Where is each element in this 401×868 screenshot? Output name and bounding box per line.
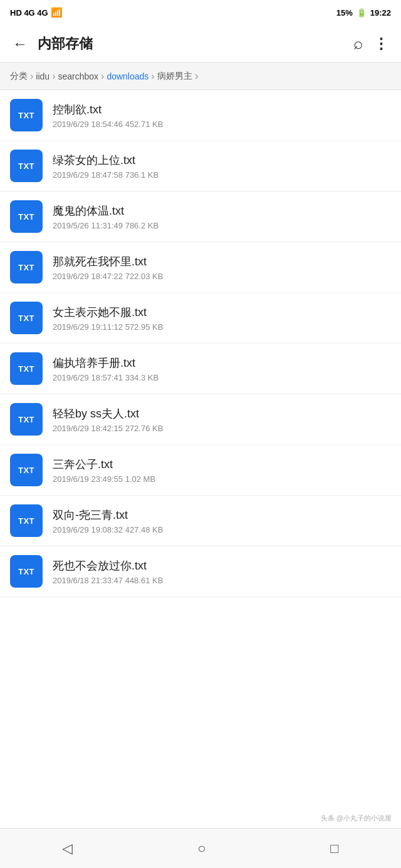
file-info: 偏执培养手册.txt2019/6/29 18:57:41 334.3 KB — [43, 355, 391, 382]
file-type-icon: TXT — [10, 454, 43, 486]
back-button[interactable]: ← — [8, 30, 33, 58]
file-type-icon: TXT — [10, 504, 43, 537]
file-type-icon: TXT — [10, 352, 43, 385]
file-list: TXT控制欲.txt2019/6/29 18:54:46 452.71 KBTX… — [0, 90, 401, 828]
file-info: 控制欲.txt2019/6/29 18:54:46 452.71 KB — [43, 102, 391, 129]
network-indicator: HD 4G 4G — [10, 8, 48, 18]
file-name: 绿茶女的上位.txt — [53, 153, 391, 168]
breadcrumb-sep-0: › — [30, 71, 33, 82]
file-info: 女主表示她不服.txt2019/6/29 19:11:12 572.95 KB — [43, 305, 391, 332]
watermark: 头条 @小丸子的小说屋 — [318, 812, 395, 824]
list-item[interactable]: TXT轻轻by ss夫人.txt2019/6/29 18:42:15 272.7… — [0, 394, 401, 445]
status-bar: HD 4G 4G 📶 15% 🔋 19:22 — [0, 0, 401, 25]
list-item[interactable]: TXT死也不会放过你.txt2019/6/18 21:33:47 448.61 … — [0, 546, 401, 597]
file-meta: 2019/6/19 23:49:55 1.02 MB — [53, 474, 391, 484]
file-info: 死也不会放过你.txt2019/6/18 21:33:47 448.61 KB — [43, 558, 391, 585]
status-left: HD 4G 4G 📶 — [10, 7, 63, 18]
breadcrumb-sep-2: › — [101, 71, 104, 82]
file-name: 死也不会放过你.txt — [53, 558, 391, 573]
nav-back-button[interactable]: ◁ — [49, 835, 85, 862]
more-button[interactable]: ⋮ — [368, 30, 393, 58]
list-item[interactable]: TXT偏执培养手册.txt2019/6/29 18:57:41 334.3 KB — [0, 344, 401, 394]
file-type-icon: TXT — [10, 251, 43, 283]
file-type-icon: TXT — [10, 555, 43, 588]
breadcrumb-item-4[interactable]: 病娇男主 — [157, 71, 192, 82]
file-name: 魔鬼的体温.txt — [53, 203, 391, 218]
file-meta: 2019/5/26 11:31:49 786.2 KB — [53, 221, 391, 230]
list-item[interactable]: TXT绿茶女的上位.txt2019/6/29 18:47:58 736.1 KB — [0, 141, 401, 191]
file-name: 女主表示她不服.txt — [53, 305, 391, 320]
file-name: 轻轻by ss夫人.txt — [53, 406, 391, 421]
file-info: 绿茶女的上位.txt2019/6/29 18:47:58 736.1 KB — [43, 153, 391, 180]
file-type-icon: TXT — [10, 150, 43, 182]
battery-level: 15% — [336, 8, 353, 18]
file-name: 双向-尧三青.txt — [53, 508, 391, 523]
list-item[interactable]: TXT那就死在我怀里.txt2019/6/29 18:47:22 722.03 … — [0, 242, 401, 293]
breadcrumb-end-arrow: › — [195, 69, 199, 83]
file-meta: 2019/6/29 18:42:15 272.76 KB — [53, 424, 391, 433]
breadcrumb-item-0[interactable]: 分类 — [10, 71, 28, 82]
file-meta: 2019/6/29 19:08:32 427.48 KB — [53, 525, 391, 534]
search-button[interactable]: ⌕ — [348, 29, 368, 58]
time-display: 19:22 — [370, 8, 391, 18]
wifi-icon: 📶 — [51, 7, 63, 18]
nav-bar: ← 内部存储 ⌕ ⋮ — [0, 25, 401, 63]
battery-icon: 🔋 — [357, 8, 367, 18]
file-meta: 2019/6/29 18:47:22 722.03 KB — [53, 272, 391, 281]
file-type-icon: TXT — [10, 302, 43, 334]
bottom-nav: ◁ ○ □ — [0, 828, 401, 868]
file-meta: 2019/6/29 18:47:58 736.1 KB — [53, 170, 391, 180]
file-meta: 2019/6/29 18:54:46 452.71 KB — [53, 120, 391, 129]
breadcrumb-sep-3: › — [151, 71, 154, 82]
nav-home-button[interactable]: ○ — [185, 835, 218, 862]
file-info: 三奔公子.txt2019/6/19 23:49:55 1.02 MB — [43, 457, 391, 484]
file-type-icon: TXT — [10, 200, 43, 233]
list-item[interactable]: TXT女主表示她不服.txt2019/6/29 19:11:12 572.95 … — [0, 293, 401, 344]
file-info: 魔鬼的体温.txt2019/5/26 11:31:49 786.2 KB — [43, 203, 391, 230]
file-name: 偏执培养手册.txt — [53, 355, 391, 370]
file-type-icon: TXT — [10, 403, 43, 436]
nav-recent-button[interactable]: □ — [318, 835, 351, 862]
list-item[interactable]: TXT双向-尧三青.txt2019/6/29 19:08:32 427.48 K… — [0, 496, 401, 546]
file-name: 那就死在我怀里.txt — [53, 254, 391, 269]
breadcrumb-item-3[interactable]: downloads — [107, 71, 148, 81]
file-info: 双向-尧三青.txt2019/6/29 19:08:32 427.48 KB — [43, 508, 391, 534]
breadcrumb-sep-1: › — [52, 71, 55, 82]
file-meta: 2019/6/29 18:57:41 334.3 KB — [53, 373, 391, 382]
list-item[interactable]: TXT三奔公子.txt2019/6/19 23:49:55 1.02 MB — [0, 445, 401, 496]
file-meta: 2019/6/18 21:33:47 448.61 KB — [53, 576, 391, 585]
file-info: 轻轻by ss夫人.txt2019/6/29 18:42:15 272.76 K… — [43, 406, 391, 433]
file-meta: 2019/6/29 19:11:12 572.95 KB — [53, 322, 391, 332]
file-name: 三奔公子.txt — [53, 457, 391, 472]
list-item[interactable]: TXT魔鬼的体温.txt2019/5/26 11:31:49 786.2 KB — [0, 191, 401, 242]
page-title: 内部存储 — [33, 34, 348, 53]
file-type-icon: TXT — [10, 99, 43, 131]
breadcrumb-item-2[interactable]: searchbox — [58, 71, 98, 81]
list-item[interactable]: TXT控制欲.txt2019/6/29 18:54:46 452.71 KB — [0, 90, 401, 141]
breadcrumb: 分类 › iidu › searchbox › downloads › 病娇男主… — [0, 63, 401, 90]
file-info: 那就死在我怀里.txt2019/6/29 18:47:22 722.03 KB — [43, 254, 391, 281]
file-name: 控制欲.txt — [53, 102, 391, 117]
status-right: 15% 🔋 19:22 — [336, 8, 391, 18]
breadcrumb-item-1[interactable]: iidu — [36, 71, 49, 81]
